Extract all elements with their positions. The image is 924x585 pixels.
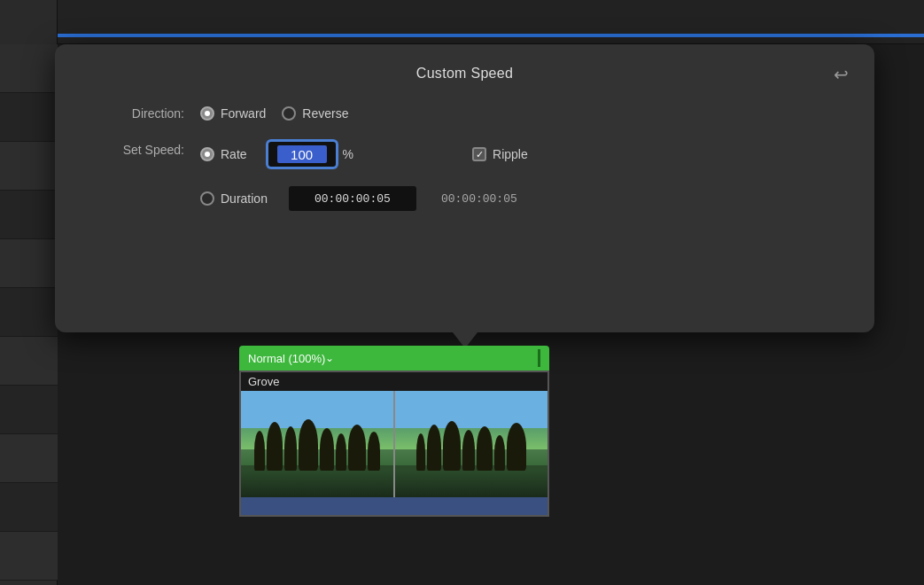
video-clip-container[interactable]: Normal (100%) ⌄ Grove [239, 346, 549, 517]
track-label-7 [0, 337, 58, 386]
tree-4 [299, 419, 318, 471]
clip-body: Grove [239, 370, 549, 517]
clip-images [241, 391, 547, 497]
tree-6 [336, 433, 346, 471]
duration-radio[interactable] [200, 191, 214, 206]
tree-5 [320, 428, 334, 471]
tree-2 [267, 422, 283, 471]
trees-left [241, 417, 393, 471]
rate-input-wrapper: 100 % [267, 140, 353, 168]
track-label-5 [0, 239, 58, 288]
track-labels [0, 44, 58, 581]
tree-1 [254, 431, 265, 471]
rate-radio[interactable] [200, 147, 214, 161]
timeline-top-bar [0, 0, 924, 44]
forward-label: Forward [221, 106, 266, 121]
clip-dropdown-icon[interactable]: ⌄ [325, 352, 334, 364]
clip-thumbnail-right [395, 391, 547, 497]
ripple-checkbox[interactable]: ✓ [472, 147, 486, 161]
clip-speed-text: Normal (100%) [248, 352, 325, 365]
rate-input-container[interactable]: 100 [267, 140, 338, 168]
direction-label: Direction: [87, 106, 184, 121]
duration-option[interactable]: Duration [200, 191, 268, 206]
tree-r6 [494, 435, 505, 471]
reverse-radio[interactable] [282, 106, 296, 121]
track-label-11 [0, 532, 58, 581]
duration-value: 00:00:00:05 [314, 192, 391, 206]
duration-label: Duration [221, 191, 268, 206]
forward-option[interactable]: Forward [200, 106, 266, 121]
clip-title-bar: Grove [241, 372, 547, 391]
timeline-blue-bar [0, 34, 924, 37]
reverse-option[interactable]: Reverse [282, 106, 348, 121]
clip-speed-bar: Normal (100%) ⌄ [239, 346, 549, 370]
track-label-10 [0, 483, 58, 532]
forward-radio[interactable] [200, 106, 214, 121]
track-label-1 [0, 44, 58, 93]
tree-r7 [507, 423, 526, 471]
tree-3 [284, 426, 297, 471]
track-label-2 [0, 93, 58, 142]
track-label-3 [0, 142, 58, 191]
custom-speed-panel: Custom Speed ↩ Direction: Forward Revers… [55, 44, 874, 332]
direction-radio-group: Forward Reverse [200, 106, 349, 121]
checkmark-icon: ✓ [476, 150, 484, 160]
track-label-4 [0, 191, 58, 239]
clip-speed-line [538, 349, 540, 367]
tree-r4 [462, 430, 475, 471]
tree-r5 [477, 426, 493, 471]
duration-display: 00:00:00:05 [441, 192, 517, 206]
close-button[interactable]: ↩ [828, 62, 853, 87]
trees-right [395, 417, 547, 471]
close-icon: ↩ [834, 64, 849, 85]
rate-row: Rate 100 % ✓ Ripple [200, 140, 528, 168]
direction-row: Direction: Forward Reverse [87, 106, 842, 121]
tree-7 [348, 425, 366, 471]
track-label-8 [0, 386, 58, 434]
tree-8 [368, 432, 380, 471]
clip-bottom-bar [241, 497, 547, 515]
rate-label: Rate [221, 147, 247, 161]
speed-options: Rate 100 % ✓ Ripple [200, 140, 528, 213]
tree-r3 [443, 421, 461, 471]
track-label-6 [0, 288, 58, 337]
clip-title: Grove [248, 375, 279, 388]
reverse-label: Reverse [302, 106, 348, 121]
tree-r2 [427, 425, 441, 471]
duration-input[interactable]: 00:00:00:05 [287, 184, 418, 213]
tree-r1 [416, 433, 425, 471]
track-label-9 [0, 434, 58, 483]
rate-option[interactable]: Rate [200, 147, 247, 161]
duration-row: Duration 00:00:00:05 00:00:00:05 [200, 184, 528, 213]
rate-value: 100 [291, 147, 313, 162]
clip-thumbnail-left [241, 391, 393, 497]
ripple-checkbox-group[interactable]: ✓ Ripple [472, 147, 528, 161]
panel-title: Custom Speed [87, 66, 842, 82]
set-speed-label: Set Speed: [87, 140, 184, 157]
set-speed-section: Set Speed: Rate 100 % [87, 140, 842, 213]
percent-sign: % [343, 147, 353, 161]
ripple-label: Ripple [493, 147, 528, 161]
